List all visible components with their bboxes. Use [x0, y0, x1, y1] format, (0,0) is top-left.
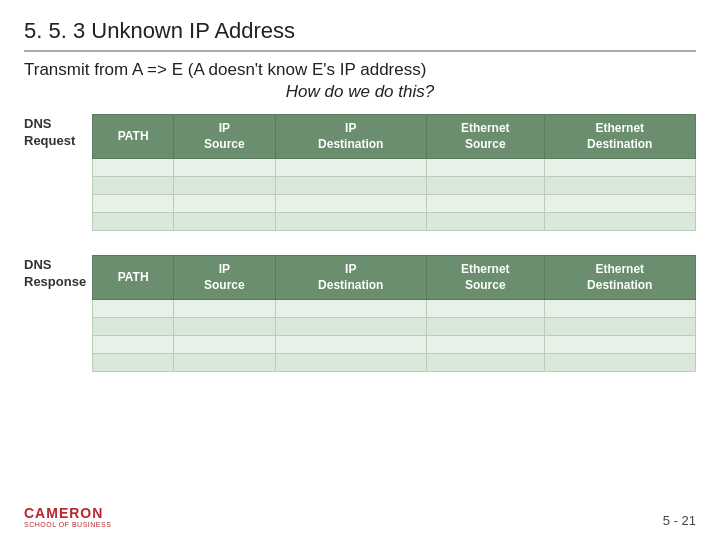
table-row — [93, 177, 696, 195]
dns-response-table: PATH IPSource IPDestination EthernetSour… — [92, 255, 696, 372]
cell — [426, 177, 544, 195]
table-row — [93, 336, 696, 354]
dns-request-table: PATH IPSource IPDestination EthernetSour… — [92, 114, 696, 231]
cell — [426, 213, 544, 231]
footer: CAMERON SCHOOL OF BUSINESS 5 - 21 — [24, 505, 696, 528]
cell — [275, 213, 426, 231]
table-row — [93, 213, 696, 231]
col-eth-destination: EthernetDestination — [544, 256, 696, 300]
dns-response-table-wrapper: PATH IPSource IPDestination EthernetSour… — [92, 255, 696, 372]
subtitle-italic: How do we do this? — [24, 82, 696, 102]
cell — [426, 195, 544, 213]
cell — [544, 300, 696, 318]
cell — [544, 318, 696, 336]
page-number: 5 - 21 — [663, 513, 696, 528]
col-ip-source: IPSource — [174, 115, 275, 159]
col-ip-destination: IPDestination — [275, 256, 426, 300]
cell — [275, 318, 426, 336]
col-eth-destination: EthernetDestination — [544, 115, 696, 159]
table-row — [93, 159, 696, 177]
cell — [174, 213, 275, 231]
cell — [544, 177, 696, 195]
logo-main-text: CAMERON — [24, 505, 111, 521]
logo: CAMERON SCHOOL OF BUSINESS — [24, 505, 111, 528]
cell — [93, 177, 174, 195]
cell — [93, 159, 174, 177]
logo-sub-text: SCHOOL OF BUSINESS — [24, 521, 111, 528]
col-path: PATH — [93, 115, 174, 159]
cell — [544, 213, 696, 231]
page-title: 5. 5. 3 Unknown IP Address — [24, 18, 696, 44]
cell — [174, 300, 275, 318]
cell — [426, 336, 544, 354]
cell — [426, 159, 544, 177]
dns-request-table-wrapper: PATH IPSource IPDestination EthernetSour… — [92, 114, 696, 231]
col-ip-destination: IPDestination — [275, 115, 426, 159]
cell — [275, 336, 426, 354]
cell — [275, 195, 426, 213]
cell — [174, 318, 275, 336]
cell — [275, 354, 426, 372]
gap — [24, 241, 696, 255]
dns-response-label: DNS Response — [24, 255, 92, 291]
cell — [275, 300, 426, 318]
cell — [93, 318, 174, 336]
table-row — [93, 300, 696, 318]
cell — [174, 159, 275, 177]
cell — [426, 300, 544, 318]
cell — [275, 159, 426, 177]
cell — [93, 195, 174, 213]
cell — [544, 354, 696, 372]
col-eth-source: EthernetSource — [426, 256, 544, 300]
cell — [426, 354, 544, 372]
dns-request-label: DNS Request — [24, 114, 92, 150]
dns-request-section: DNS Request PATH IPSource IPDestination … — [24, 114, 696, 231]
col-path: PATH — [93, 256, 174, 300]
cell — [93, 336, 174, 354]
cell — [174, 336, 275, 354]
table-row — [93, 195, 696, 213]
col-ip-source: IPSource — [174, 256, 275, 300]
dns-response-section: DNS Response PATH IPSource IPDestination… — [24, 255, 696, 372]
cell — [93, 300, 174, 318]
table-header-row: PATH IPSource IPDestination EthernetSour… — [93, 256, 696, 300]
cell — [93, 213, 174, 231]
divider — [24, 50, 696, 52]
table-row — [93, 354, 696, 372]
cell — [93, 354, 174, 372]
cell — [174, 195, 275, 213]
table-row — [93, 318, 696, 336]
cell — [275, 177, 426, 195]
cell — [544, 336, 696, 354]
subtitle: Transmit from A => E (A doesn't know E's… — [24, 60, 696, 80]
table-header-row: PATH IPSource IPDestination EthernetSour… — [93, 115, 696, 159]
cell — [174, 177, 275, 195]
cell — [544, 195, 696, 213]
cell — [426, 318, 544, 336]
col-eth-source: EthernetSource — [426, 115, 544, 159]
cell — [174, 354, 275, 372]
page: 5. 5. 3 Unknown IP Address Transmit from… — [0, 0, 720, 540]
cell — [544, 159, 696, 177]
